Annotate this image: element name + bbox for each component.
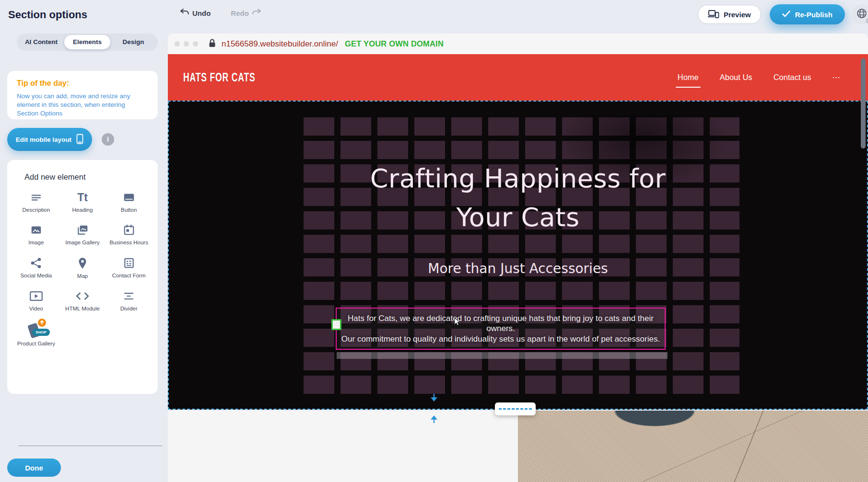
add-new-element-panel: Add new element Description Tt Heading [7, 160, 158, 394]
selected-paragraph-box[interactable]: Hats for Cats, we are dedicated to craft… [336, 308, 666, 350]
paragraph-line-2: Our commitment to quality and individual… [337, 334, 665, 344]
nav-about-us[interactable]: About Us [719, 70, 753, 85]
redo-icon [252, 9, 261, 18]
nav-more[interactable]: ⋯ [832, 70, 842, 85]
map-pin-icon [77, 257, 88, 270]
page-title: Section options [8, 9, 87, 21]
site-nav: Home About Us Contact us ⋯ [677, 54, 841, 101]
hero-title-line-1: Crafting Happiness for [169, 159, 867, 198]
next-section-image[interactable] [518, 411, 868, 482]
hero-title-line-2: Your Cats [169, 198, 867, 237]
tab-design[interactable]: Design [110, 35, 156, 49]
history-controls: Undo Redo [180, 9, 261, 18]
description-icon [30, 191, 43, 204]
divider-icon [122, 290, 135, 302]
nav-contact-us[interactable]: Contact us [773, 70, 812, 85]
element-product-gallery[interactable]: SHOP Product Gallery [13, 323, 59, 347]
business-hours-icon [123, 224, 135, 236]
image-gallery-icon [76, 224, 89, 236]
element-divider[interactable]: Divider [106, 290, 152, 312]
republish-label: Re-Publish [795, 11, 833, 19]
check-icon [782, 11, 790, 19]
lock-icon [209, 39, 216, 49]
tab-elements[interactable]: Elements [64, 35, 110, 49]
canvas-scrollbar[interactable] [861, 58, 866, 149]
undo-icon [180, 9, 189, 18]
tip-title: Tip of the day: [17, 79, 148, 88]
tab-ai-content[interactable]: AI Content [18, 35, 64, 49]
globe-icon [856, 8, 868, 21]
paragraph-line-1: Hats for Cats, we are dedicated to craft… [337, 313, 665, 334]
element-social-media[interactable]: Social Media [13, 257, 59, 279]
drag-ghost-strip [337, 352, 668, 359]
button-icon [122, 191, 136, 204]
element-html-module[interactable]: HTML Module [59, 290, 106, 312]
arrow-up-icon [430, 415, 438, 425]
sidebar-divider [18, 446, 162, 446]
element-image[interactable]: Image [13, 224, 59, 246]
topbar-actions: Preview Re-Publish [698, 0, 868, 29]
language-globe-button[interactable] [852, 4, 868, 24]
devices-icon [708, 10, 719, 20]
undo-label: Undo [192, 9, 211, 17]
sidebar: AI Content Elements Design Tip of the da… [0, 29, 168, 482]
element-grid: Description Tt Heading Button [13, 191, 152, 347]
upload-arrow-badge [38, 319, 46, 327]
hero-section[interactable]: Crafting Happiness for Your Cats More th… [168, 101, 868, 410]
section-resize-pill[interactable] [495, 402, 536, 415]
site-header[interactable]: HATS FOR CATS Home About Us Contact us ⋯ [168, 54, 868, 101]
globe-status-dot [866, 18, 868, 23]
social-media-icon [30, 257, 43, 269]
browser-bar: n1566589.websitebuilder.online/ GET YOUR… [168, 34, 868, 54]
tip-body: Now you can add, move and resize any ele… [17, 92, 148, 118]
contact-form-icon [123, 257, 135, 269]
hero-title[interactable]: Crafting Happiness for Your Cats [169, 159, 867, 237]
shop-badge: SHOP [32, 329, 50, 336]
element-contact-form[interactable]: Contact Form [106, 257, 152, 279]
arrow-down-icon [430, 394, 438, 404]
website-builder-app: Section options Undo Redo [0, 0, 868, 482]
element-map[interactable]: Map [59, 257, 106, 279]
add-new-element-title: Add new element [13, 172, 152, 182]
code-icon [75, 290, 90, 302]
phone-icon [76, 134, 83, 146]
next-section-blank[interactable] [168, 411, 518, 482]
video-icon [29, 290, 43, 302]
republish-button[interactable]: Re-Publish [770, 4, 845, 24]
info-icon[interactable]: i [102, 133, 114, 146]
resize-handle-left[interactable] [331, 319, 341, 330]
element-business-hours[interactable]: Business Hours [106, 224, 152, 246]
sidebar-tabs: AI Content Elements Design [17, 34, 158, 51]
dashed-boundary-line [499, 408, 532, 410]
mouse-cursor [454, 318, 460, 328]
element-image-gallery[interactable]: Image Gallery [59, 224, 106, 246]
preview-label: Preview [724, 11, 751, 19]
product-gallery-icon: SHOP [25, 323, 47, 337]
image-icon [30, 224, 43, 236]
redo-label: Redo [231, 9, 249, 17]
heading-icon: Tt [77, 191, 88, 204]
edit-mobile-layout-button[interactable]: Edit mobile layout [7, 128, 92, 151]
undo-button[interactable]: Undo [180, 9, 211, 18]
element-heading[interactable]: Tt Heading [59, 191, 106, 213]
element-button[interactable]: Button [106, 191, 152, 213]
element-video[interactable]: Video [13, 290, 59, 312]
element-description[interactable]: Description [13, 191, 59, 213]
window-dots [175, 41, 198, 46]
preview-button[interactable]: Preview [698, 5, 761, 24]
nav-home[interactable]: Home [677, 70, 700, 85]
tip-of-the-day-card: Tip of the day: Now you can add, move an… [7, 71, 158, 119]
edit-mobile-label: Edit mobile layout [16, 136, 71, 143]
hero-subtitle[interactable]: More than Just Accessories [169, 261, 867, 276]
get-domain-link[interactable]: GET YOUR OWN DOMAIN [345, 39, 444, 48]
done-button[interactable]: Done [7, 459, 61, 477]
site-url[interactable]: n1566589.websitebuilder.online/ [222, 39, 338, 49]
redo-button[interactable]: Redo [231, 9, 261, 18]
site-logo[interactable]: HATS FOR CATS [183, 70, 256, 85]
